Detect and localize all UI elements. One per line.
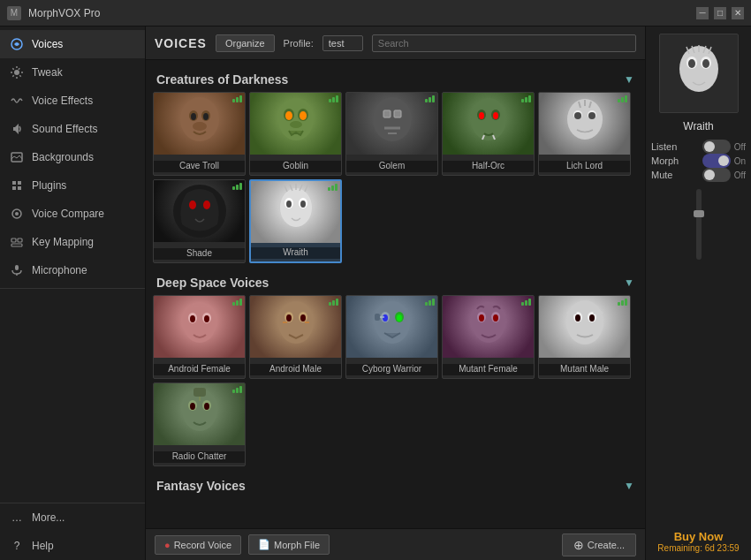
volume-slider-container	[696, 189, 702, 260]
listen-state: Off	[734, 142, 746, 152]
voice-card-half-orc[interactable]: Half-Orc	[442, 92, 535, 176]
voice-card-golem[interactable]: Golem	[345, 92, 438, 176]
sidebar-label-sound-effects: Sound Effects	[32, 123, 98, 135]
voice-card-android-male[interactable]: Android Male	[249, 295, 342, 379]
sidebar-item-key-mapping[interactable]: Key Mapping	[0, 228, 145, 256]
svg-rect-6	[18, 186, 21, 190]
svg-point-54	[190, 315, 195, 322]
app-icon: M	[7, 6, 21, 20]
sidebar-item-plugins[interactable]: Plugins	[0, 171, 145, 200]
voice-name-android-male: Android Male	[250, 364, 341, 375]
morph-toggle[interactable]	[702, 154, 731, 168]
svg-point-19	[193, 122, 207, 131]
sidebar-label-key-mapping: Key Mapping	[32, 236, 94, 248]
sidebar-label-backgrounds: Backgrounds	[32, 151, 94, 163]
right-panel-preview	[659, 34, 739, 113]
voice-name-wraith: Wraith	[251, 247, 340, 259]
svg-point-41	[574, 112, 581, 119]
voice-card-wraith[interactable]: Wraith	[249, 179, 342, 263]
voice-card-img-cyborg-warrior	[346, 296, 437, 358]
microphone-icon	[9, 262, 25, 278]
sidebar-item-sound-effects[interactable]: Sound Effects	[0, 115, 145, 143]
organize-button[interactable]: Organize	[216, 34, 275, 52]
mute-toggle-knob	[704, 170, 715, 180]
svg-point-8	[15, 212, 19, 216]
section-arrow-deepspace[interactable]: ▼	[624, 276, 634, 289]
voice-card-android-female[interactable]: Android Female	[153, 295, 246, 379]
voice-card-lich-lord[interactable]: Lich Lord	[538, 92, 631, 176]
listen-toggle[interactable]	[702, 140, 731, 154]
minimize-button[interactable]: ─	[696, 7, 709, 19]
voice-card-shade[interactable]: Shade	[153, 179, 246, 263]
close-button[interactable]: ✕	[732, 7, 744, 19]
mute-toggle[interactable]	[702, 168, 731, 182]
record-voice-button[interactable]: ● Record Voice	[155, 535, 241, 555]
buy-now-text[interactable]: Buy Now	[657, 530, 739, 543]
sidebar-item-microphone[interactable]: Microphone	[0, 256, 145, 284]
sidebar-label-microphone: Microphone	[32, 264, 87, 276]
voice-name-lich-lord: Lich Lord	[539, 161, 630, 172]
svg-point-1	[14, 70, 19, 75]
sidebar-item-voice-compare[interactable]: Voice Compare	[0, 200, 145, 228]
voice-card-img-goblin	[250, 93, 341, 155]
voice-name-shade: Shade	[154, 248, 245, 260]
sidebar-bottom: … More... ? Help	[0, 503, 145, 560]
section-title-deepspace: Deep Space Voices	[156, 276, 269, 290]
voice-card-cyborg-warrior[interactable]: Cyborg Warrior	[345, 295, 438, 379]
voice-card-img-radio-chatter	[154, 383, 245, 445]
voice-grid-deepspace: Android Female Android Male	[153, 295, 638, 473]
svg-rect-10	[18, 238, 22, 242]
voice-card-cave-troll[interactable]: Cave Troll	[153, 92, 246, 176]
morph-file-button[interactable]: 📄 Morph File	[248, 534, 330, 555]
voice-card-mutant-female[interactable]: Mutant Female	[442, 295, 535, 379]
bottom-bar: ● Record Voice 📄 Morph File ⊕ Create...	[146, 528, 645, 560]
svg-point-50	[300, 201, 306, 208]
sidebar-item-backgrounds[interactable]: Backgrounds	[0, 143, 145, 171]
svg-rect-68	[375, 314, 380, 321]
sidebar-item-help[interactable]: ? Help	[0, 532, 145, 560]
voice-card-img-mutant-female	[443, 296, 534, 358]
sidebar-item-voices[interactable]: Voices	[0, 30, 145, 58]
voice-grid-creatures: Cave Troll Goblin	[153, 92, 638, 270]
voice-card-goblin[interactable]: Goblin	[249, 92, 342, 176]
profile-label: Profile:	[284, 38, 314, 49]
help-icon: ?	[9, 538, 25, 554]
svg-rect-27	[383, 110, 391, 117]
svg-point-60	[300, 314, 306, 322]
section-header-deepspace: Deep Space Voices ▼	[153, 270, 638, 295]
search-input[interactable]	[372, 34, 636, 52]
create-button[interactable]: ⊕ Create...	[562, 534, 636, 556]
backgrounds-icon	[9, 149, 25, 165]
maximize-button[interactable]: □	[714, 7, 726, 19]
svg-rect-84	[193, 388, 206, 397]
record-voice-label: Record Voice	[174, 540, 231, 550]
signal-bars-half-orc	[521, 95, 531, 102]
morph-control: Morph On	[651, 154, 746, 168]
svg-point-83	[204, 403, 209, 410]
svg-rect-28	[394, 110, 401, 117]
sidebar-item-more[interactable]: … More...	[0, 503, 145, 532]
voice-card-img-wraith	[251, 181, 340, 243]
voice-name-mutant-male: Mutant Male	[539, 364, 630, 375]
sidebar-item-tweak[interactable]: Tweak	[0, 58, 145, 87]
sidebar-divider	[0, 288, 145, 289]
volume-slider-track[interactable]	[696, 189, 702, 260]
section-arrow-creatures[interactable]: ▼	[624, 73, 634, 86]
listen-toggle-knob	[704, 141, 715, 152]
voices-header: VOICES Organize Profile: test	[146, 26, 645, 60]
app-title: MorphVOX Pro	[28, 7, 696, 19]
voice-name-goblin: Goblin	[250, 161, 341, 172]
voice-card-img-shade	[154, 180, 245, 242]
voice-card-mutant-male[interactable]: Mutant Male	[538, 295, 631, 379]
voices-scroll[interactable]: Creatures of Darkness ▼ Cave Troll	[146, 60, 645, 528]
sidebar-item-voice-effects[interactable]: Voice Effects	[0, 87, 145, 115]
volume-slider-thumb[interactable]	[694, 210, 704, 217]
svg-point-34	[479, 112, 484, 119]
voice-card-img-android-male	[250, 296, 341, 358]
svg-rect-4	[18, 181, 21, 185]
voices-title: VOICES	[155, 36, 207, 50]
voice-card-radio-chatter[interactable]: Radio Chatter	[153, 382, 246, 466]
profile-select[interactable]: test	[322, 35, 363, 51]
section-arrow-fantasy[interactable]: ▼	[624, 480, 634, 492]
svg-rect-3	[12, 181, 16, 185]
